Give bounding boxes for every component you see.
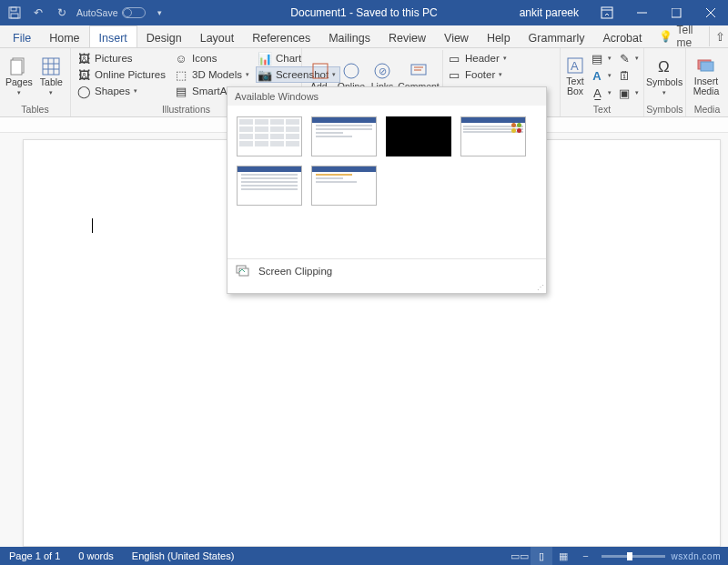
close-button[interactable] <box>693 0 728 25</box>
group-label-media: Media <box>686 103 728 116</box>
svg-text:A: A <box>571 59 579 73</box>
shapes-button[interactable]: ◯Shapes▾ <box>75 83 170 99</box>
3d-models-button[interactable]: ⬚3D Models▾ <box>172 66 254 83</box>
window-thumbnail-6[interactable] <box>311 166 377 206</box>
lightbulb-icon: 💡 <box>659 30 672 43</box>
autosave-label: AutoSave <box>76 7 118 18</box>
language-status[interactable]: English (United States) <box>123 550 244 561</box>
redo-button[interactable]: ↻ <box>53 4 71 22</box>
group-label-text: Text <box>561 103 643 116</box>
user-name[interactable]: ankit pareek <box>509 6 590 19</box>
qat-more-button[interactable]: ▾ <box>151 4 169 22</box>
save-icon <box>8 6 21 19</box>
screen-clipping-label: Screen Clipping <box>258 266 332 277</box>
footer-button[interactable]: ▭Footer▾ <box>445 66 511 83</box>
tab-references[interactable]: References <box>243 25 319 47</box>
page-icon: ▯ <box>539 550 544 562</box>
chevron-down-icon: ▾ <box>662 89 666 96</box>
tab-review[interactable]: Review <box>379 25 435 47</box>
group-media: Insert Media Media <box>686 48 728 116</box>
word-count-status[interactable]: 0 words <box>69 550 123 561</box>
page-number-status[interactable]: Page 1 of 1 <box>0 550 69 561</box>
quick-access-toolbar: ↶ ↻ AutoSave ▾ <box>0 4 175 22</box>
signature-button[interactable]: ✎▾ <box>615 50 641 66</box>
clipping-icon <box>235 264 249 278</box>
svg-rect-29 <box>239 268 248 276</box>
read-mode-button[interactable]: ▭▭ <box>509 547 531 565</box>
addin-icon <box>311 62 329 80</box>
window-thumbnail-1[interactable] <box>237 116 302 156</box>
maximize-icon <box>672 8 682 18</box>
online-pictures-button[interactable]: 🖼Online Pictures <box>75 66 170 83</box>
print-layout-button[interactable]: ▯ <box>531 547 552 565</box>
slider-thumb-icon[interactable] <box>627 552 632 560</box>
text-box-button[interactable]: A Text Box <box>564 50 586 103</box>
date-time-button[interactable]: 🗓 <box>615 67 641 84</box>
minimize-button[interactable] <box>624 0 659 25</box>
window-thumbnail-4[interactable] <box>460 116 526 156</box>
tab-grammarly[interactable]: Grammarly <box>520 25 594 47</box>
tell-me-label: Tell me <box>677 24 703 49</box>
web-icon: ▦ <box>559 550 568 562</box>
svg-rect-3 <box>602 7 612 18</box>
autosave-switch-icon[interactable] <box>122 7 146 18</box>
window-thumbnail-2[interactable] <box>311 116 377 156</box>
zoom-slider[interactable] <box>602 555 665 558</box>
autosave-toggle-group[interactable]: AutoSave <box>76 7 146 18</box>
undo-button[interactable]: ↶ <box>29 4 47 22</box>
tab-layout[interactable]: Layout <box>191 25 244 47</box>
tab-home[interactable]: Home <box>40 25 88 47</box>
group-text: A Text Box ▤▾ A▾ A̲▾ ✎▾ 🗓 ▣▾ Text <box>561 48 644 116</box>
picture-icon: 🖼 <box>76 51 91 66</box>
camera-icon: 📷 <box>258 67 272 82</box>
tab-insert[interactable]: Insert <box>89 25 137 47</box>
screen-clipping-button[interactable]: Screen Clipping <box>228 259 546 283</box>
chart-icon: 📊 <box>258 51 272 66</box>
tell-me-search[interactable]: 💡 Tell me <box>652 24 710 49</box>
icons-button[interactable]: ☺Icons <box>172 50 254 66</box>
screenshot-dropdown: Available Windows Screen Clipping ⋰ <box>227 86 547 294</box>
pictures-button[interactable]: 🖼Pictures <box>75 50 170 66</box>
save-button[interactable] <box>5 4 24 22</box>
tab-mailings[interactable]: Mailings <box>319 25 379 47</box>
date-icon: 🗓 <box>617 68 632 83</box>
window-thumbnail-3[interactable] <box>386 116 451 156</box>
window-title: Document1 - Saved to this PC <box>290 6 437 19</box>
window-thumbnail-5[interactable] <box>237 166 302 206</box>
footer-icon: ▭ <box>447 67 461 82</box>
insert-media-button[interactable]: Insert Media <box>690 50 723 103</box>
ribbon-options-button[interactable] <box>590 0 624 25</box>
pages-button[interactable]: Pages ▾ <box>4 50 35 103</box>
tab-view[interactable]: View <box>435 25 478 47</box>
wordart-button[interactable]: A▾ <box>588 67 613 84</box>
web-layout-button[interactable]: ▦ <box>552 547 574 565</box>
tab-acrobat[interactable]: Acrobat <box>593 25 651 47</box>
tab-design[interactable]: Design <box>137 25 191 47</box>
share-icon: ⇧ <box>715 30 725 44</box>
globe-icon <box>342 62 360 80</box>
chevron-down-icon: ▾ <box>499 71 502 78</box>
close-icon <box>706 8 716 18</box>
object-button[interactable]: ▣▾ <box>615 85 641 101</box>
parts-icon: ▤ <box>590 51 604 66</box>
share-button[interactable]: ⇧ <box>709 26 728 46</box>
svg-text:⊘: ⊘ <box>379 66 387 76</box>
available-windows-grid <box>228 106 546 258</box>
drop-cap-button[interactable]: A̲▾ <box>588 85 613 101</box>
table-button[interactable]: Table ▾ <box>36 50 66 103</box>
book-icon: ▭▭ <box>511 550 529 562</box>
svg-rect-2 <box>11 14 18 18</box>
group-symbols: Ω Symbols ▾ Symbols <box>644 48 686 116</box>
quick-parts-button[interactable]: ▤▾ <box>588 50 613 66</box>
zoom-out-button[interactable]: − <box>574 547 596 565</box>
symbols-button[interactable]: Ω Symbols ▾ <box>648 50 681 103</box>
chevron-down-icon: ▾ <box>246 71 249 78</box>
watermark-text: wsxdn.com <box>671 551 728 561</box>
header-footer-group: ▭Header▾ ▭Footer▾ <box>445 50 511 83</box>
maximize-button[interactable] <box>659 0 693 25</box>
tab-file[interactable]: File <box>4 25 40 47</box>
header-button[interactable]: ▭Header▾ <box>445 50 511 66</box>
group-pages-tables: Pages ▾ Table ▾ Tables <box>0 48 71 116</box>
resize-grip-icon[interactable]: ⋰ <box>228 283 546 293</box>
tab-help[interactable]: Help <box>478 25 520 47</box>
